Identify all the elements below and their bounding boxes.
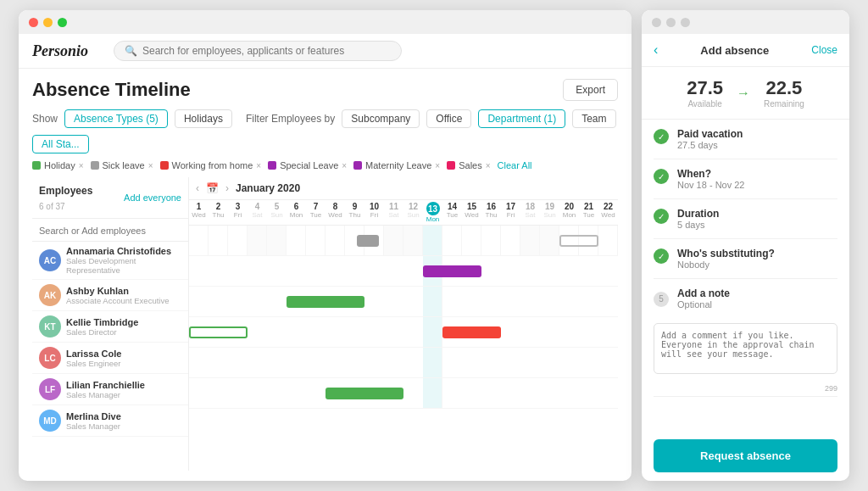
day-header-2: 2Thu (209, 200, 228, 225)
duration-content[interactable]: Duration 5 days (677, 208, 837, 230)
day-header-7: 7Tue (306, 200, 326, 225)
clear-all-btn[interactable]: Clear All (498, 160, 532, 170)
next-month-btn[interactable]: › (225, 182, 229, 194)
employee-row: KT Kellie Timbridge Sales Director (32, 311, 188, 343)
type-title: Paid vacation (677, 128, 837, 140)
note-header: 5 Add a note Optional (654, 287, 730, 310)
office-filter[interactable]: Office (426, 109, 471, 128)
request-absence-button[interactable]: Request absence (654, 439, 837, 472)
close-button[interactable]: Close (811, 44, 837, 56)
panel-header: ‹ Add absence Close (642, 34, 849, 67)
employee-row: AC Annamaria Christofides Sales Developm… (32, 242, 188, 280)
close-dot[interactable] (29, 18, 38, 27)
remaining-label: Remaining (764, 99, 804, 109)
note-textarea[interactable] (654, 323, 837, 374)
employee-row: LF Lilian Franchiellie Sales Manager (32, 374, 188, 405)
prev-month-btn[interactable]: ‹ (196, 182, 199, 194)
when-value: Nov 18 - Nov 22 (677, 180, 837, 190)
tag-holiday: Holiday × (32, 160, 84, 170)
day-header-20: 20Mon (559, 200, 579, 225)
calendar-icon[interactable]: 📅 (206, 182, 219, 194)
main-window: Personio 🔍 Absence Timeline Export Show … (19, 10, 632, 481)
absence-types-filter[interactable]: Absence Types (5) (64, 109, 168, 128)
duration-title: Duration (677, 208, 837, 220)
global-search-bar[interactable]: 🔍 (114, 41, 402, 61)
remove-sick-tag[interactable]: × (148, 161, 153, 170)
check-duration: ✓ (654, 209, 669, 224)
note-title: Add a note (677, 287, 730, 299)
tag-maternity: Maternity Leave × (353, 160, 440, 170)
expand-dot[interactable] (58, 18, 67, 27)
section-type: ✓ Paid vacation 27.5 days (654, 120, 837, 159)
absence-tags-row: Holiday × Sick leave × Working from home… (32, 160, 618, 170)
department-filter[interactable]: Department (1) (478, 109, 565, 128)
tag-special: Special Leave × (268, 160, 347, 170)
back-button[interactable]: ‹ (654, 42, 658, 58)
all-status-filter[interactable]: All Sta... (32, 135, 89, 153)
substitute-content[interactable]: Who's substituting? Nobody (677, 248, 837, 270)
wfh-dot (160, 161, 169, 170)
tag-wfh: Working from home × (160, 160, 262, 170)
remove-sales-tag[interactable]: × (486, 161, 491, 170)
cal-cell (481, 226, 501, 255)
remaining-num: 22.5 (764, 77, 804, 99)
type-content[interactable]: Paid vacation 27.5 days (677, 128, 837, 150)
cal-cell (403, 226, 423, 255)
team-filter[interactable]: Team (572, 109, 615, 128)
employees-title: Employees (39, 185, 92, 197)
minimize-dot[interactable] (43, 18, 53, 27)
absence-bar-maternity[interactable] (423, 265, 481, 277)
show-label: Show (32, 113, 58, 125)
day-header-15: 15Wed (462, 200, 481, 225)
calendar-area: ‹ 📅 › January 2020 1Wed 2Thu 3Fri 4Sat 5… (189, 177, 618, 471)
panel-dot-3 (681, 18, 690, 27)
absence-bar-outline[interactable] (559, 235, 598, 247)
absence-bar-red[interactable] (442, 326, 501, 338)
day-header-4: 4Sat (248, 200, 267, 225)
day-header-13: 13Mon (423, 200, 442, 225)
export-button[interactable]: Export (563, 79, 618, 101)
absence-bar-sick[interactable] (357, 235, 379, 247)
tag-holiday-label: Holiday (44, 160, 75, 170)
day-header-5: 5Sun (267, 200, 287, 225)
holidays-filter[interactable]: Holidays (175, 109, 232, 128)
avatar: LF (39, 378, 61, 400)
day-header-9: 9Thu (345, 200, 364, 225)
subcompany-filter[interactable]: Subcompany (342, 109, 420, 128)
remove-wfh-tag[interactable]: × (256, 161, 261, 170)
employee-role: Associate Account Executive (66, 296, 169, 305)
absence-bar-holiday-kellie[interactable] (287, 296, 364, 308)
remove-special-tag[interactable]: × (342, 161, 347, 170)
avatar: KT (39, 315, 61, 338)
remove-maternity-tag[interactable]: × (435, 161, 440, 170)
panel-dot-2 (666, 18, 676, 27)
holiday-dot (32, 161, 41, 170)
substitute-value: Nobody (677, 259, 837, 270)
calendar-grid: 1Wed 2Thu 3Fri 4Sat 5Sun 6Mon 7Tue 8Wed … (189, 200, 618, 471)
day-header-16: 16Thu (481, 200, 501, 225)
cal-cell (189, 226, 209, 255)
day-header-8: 8Wed (326, 200, 345, 225)
avatar: AC (39, 249, 61, 271)
when-title: When? (677, 168, 837, 180)
tag-sales: Sales × (447, 160, 490, 170)
absence-bar-green-outline[interactable] (189, 326, 248, 338)
employee-search-container[interactable] (32, 219, 188, 242)
day-header-17: 17Fri (501, 200, 520, 225)
sick-dot (91, 161, 99, 170)
day-header-22: 22Wed (598, 200, 618, 225)
special-dot (268, 161, 276, 170)
employee-name: Annamaria Christofides (66, 246, 181, 256)
absence-bar-holiday-merlina[interactable] (326, 388, 403, 399)
employee-search-input[interactable] (39, 226, 181, 236)
filter-employees-label: Filter Employees by (246, 113, 335, 125)
cal-cell (520, 226, 540, 255)
add-everyone-btn[interactable]: Add everyone (124, 192, 181, 203)
page-title-row: Absence Timeline Export (32, 79, 618, 101)
employee-row: LC Larissa Cole Sales Engineer (32, 343, 188, 374)
cal-cell (462, 226, 481, 255)
when-content[interactable]: When? Nov 18 - Nov 22 (677, 168, 837, 190)
search-input[interactable] (142, 45, 391, 57)
remove-holiday-tag[interactable]: × (79, 161, 84, 170)
app-logo: Personio (32, 42, 100, 60)
